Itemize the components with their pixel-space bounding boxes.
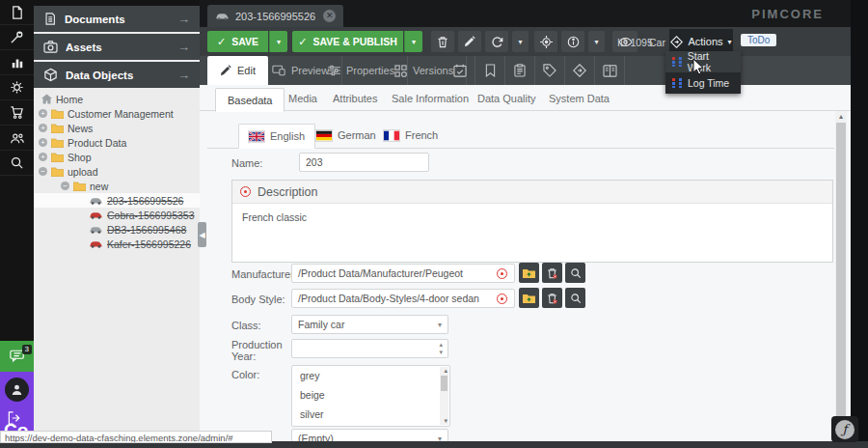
- folder-icon: [51, 109, 64, 119]
- quick-access-button[interactable]: ƒ: [831, 416, 858, 442]
- expand-icon[interactable]: +: [39, 109, 47, 118]
- subtab-system-data[interactable]: System Data: [537, 88, 621, 109]
- spinner-down-icon[interactable]: ▾: [439, 349, 443, 356]
- menu-item-start-work[interactable]: Start Work: [665, 51, 741, 72]
- color-label: Color:: [231, 369, 291, 380]
- color-option-silver[interactable]: silver: [292, 405, 449, 424]
- document-tab[interactable]: 203-1566995526 ✕: [207, 5, 343, 27]
- users-icon: [10, 131, 25, 145]
- manufacturer-open-button[interactable]: [519, 263, 539, 283]
- expand-icon[interactable]: +: [39, 124, 47, 132]
- manufacturer-input[interactable]: /Product Data/Manufacturer/Peugeot: [291, 264, 515, 283]
- settings-rail-icon[interactable]: [0, 75, 34, 100]
- reports-rail-icon[interactable]: [0, 50, 34, 75]
- camera-icon: [43, 41, 58, 53]
- color-scrollbar[interactable]: ▴ ▾: [440, 367, 448, 425]
- color-option-grey[interactable]: grey: [292, 366, 449, 385]
- collapse-icon[interactable]: −: [61, 182, 69, 190]
- chat-button[interactable]: 3: [0, 341, 34, 372]
- trash-icon: [437, 36, 448, 48]
- lang-tab-english[interactable]: English: [238, 124, 315, 149]
- info-dropdown-button[interactable]: ▾: [588, 31, 605, 52]
- name-label: Name:: [231, 157, 291, 169]
- body-style-remove-button[interactable]: [542, 288, 562, 308]
- color-multiselect[interactable]: grey beige silver ▴ ▾: [291, 365, 450, 427]
- save-publish-button[interactable]: ✓SAVE & PUBLISH: [292, 31, 403, 52]
- tab-workflow[interactable]: [565, 56, 595, 85]
- save-dropdown-button[interactable]: ▾: [269, 31, 287, 52]
- expand-icon[interactable]: +: [39, 138, 47, 147]
- tree-item-cobra[interactable]: Cobra-1566995353: [34, 208, 200, 222]
- accordion-data-objects[interactable]: Data Objects →: [34, 62, 200, 88]
- scrollbar-thumb[interactable]: [836, 123, 846, 437]
- scroll-up-icon[interactable]: ▴: [444, 367, 448, 375]
- body-style-open-button[interactable]: [519, 288, 539, 308]
- document-tab-title: 203-1566995526: [235, 11, 315, 22]
- panel-collapse-handle[interactable]: ◀: [198, 222, 206, 247]
- class-select[interactable]: Family car ▾: [291, 315, 448, 334]
- save-button[interactable]: ✓SAVE: [207, 31, 268, 52]
- tab-dependencies[interactable]: [595, 56, 625, 85]
- body-style-input[interactable]: /Product Data/Body-Styles/4-door sedan: [291, 289, 515, 308]
- tree-item-product-data[interactable]: + Product Data: [34, 135, 200, 150]
- clipboard-icon: [514, 64, 526, 77]
- rename-button[interactable]: [458, 31, 481, 52]
- body-style-search-button[interactable]: [565, 288, 585, 308]
- tree-item-home[interactable]: Home: [34, 92, 200, 106]
- tree-item-shop[interactable]: + Shop: [34, 150, 200, 164]
- folder-upload-icon: [523, 268, 535, 278]
- accordion-assets[interactable]: Assets →: [34, 34, 200, 60]
- locate-in-tree-button[interactable]: [534, 31, 557, 52]
- documents-rail-icon[interactable]: [0, 0, 34, 25]
- cart-icon: [10, 105, 24, 120]
- tab-schedule[interactable]: [446, 56, 475, 85]
- users-rail-icon[interactable]: [0, 126, 34, 151]
- manufacturer-search-button[interactable]: [565, 263, 585, 283]
- tab-tags[interactable]: [535, 56, 565, 85]
- workflow-dots-icon: [672, 57, 682, 67]
- car-gray-icon: [89, 196, 103, 205]
- tree-item-203[interactable]: 203-1566995526: [34, 193, 200, 208]
- color-option-beige[interactable]: beige: [292, 385, 449, 405]
- tree-item-kafer[interactable]: Kafer-1566995226: [34, 237, 200, 251]
- expand-icon[interactable]: +: [39, 153, 47, 161]
- reload-button[interactable]: [485, 31, 508, 52]
- close-tab-icon[interactable]: ✕: [323, 10, 336, 22]
- reload-dropdown-button[interactable]: ▾: [512, 31, 529, 52]
- collapse-icon[interactable]: −: [39, 167, 47, 176]
- delete-button[interactable]: [431, 31, 454, 52]
- tree-item-customer-management[interactable]: + Customer Management: [34, 106, 200, 121]
- production-year-label: Production Year:: [231, 339, 291, 362]
- tree-item-news[interactable]: + News: [34, 121, 200, 135]
- subtab-attributes[interactable]: Attributes: [321, 88, 389, 109]
- manufacturer-label: Manufacturer:: [231, 268, 291, 280]
- content-scrollbar[interactable]: ▴: [835, 111, 847, 441]
- manufacturer-remove-button[interactable]: [542, 263, 562, 283]
- subtab-data-quality[interactable]: Data Quality: [466, 88, 548, 109]
- preview-icon: [272, 65, 285, 76]
- car-gray-icon: [215, 12, 230, 20]
- tools-rail-icon[interactable]: [0, 25, 34, 50]
- production-year-spinner[interactable]: ▴ ▾: [291, 339, 448, 358]
- tree-item-db3[interactable]: DB3-1566995468: [34, 222, 200, 237]
- tree-item-new[interactable]: − new: [34, 179, 200, 193]
- ecommerce-rail-icon[interactable]: [0, 100, 34, 126]
- avatar[interactable]: [5, 378, 29, 402]
- subtab-basedata[interactable]: Basedata: [215, 88, 285, 112]
- tree-item-upload[interactable]: − upload: [34, 164, 200, 179]
- todo-badge[interactable]: ToDo: [741, 34, 776, 46]
- lang-tab-french[interactable]: French: [374, 124, 448, 147]
- info-button[interactable]: [561, 31, 584, 52]
- person-icon: [11, 383, 23, 396]
- menu-item-log-time[interactable]: Log Time: [665, 72, 741, 94]
- scroll-down-icon[interactable]: ▾: [444, 417, 448, 425]
- description-value[interactable]: French classic: [232, 204, 832, 262]
- name-input[interactable]: [299, 153, 429, 172]
- accordion-documents[interactable]: Documents →: [34, 6, 200, 32]
- tab-bookmark[interactable]: [475, 56, 505, 85]
- save-publish-dropdown-button[interactable]: ▾: [404, 31, 422, 52]
- spinner-up-icon[interactable]: ▴: [439, 341, 443, 349]
- tab-notes-events[interactable]: [505, 56, 535, 85]
- scroll-up-icon[interactable]: ▴: [835, 112, 847, 121]
- search-rail-icon[interactable]: [0, 151, 34, 176]
